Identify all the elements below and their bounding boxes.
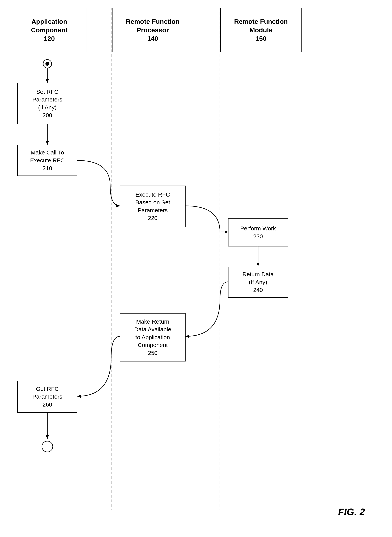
svg-marker-11	[257, 263, 260, 266]
svg-point-16	[42, 441, 53, 452]
svg-marker-7	[46, 141, 49, 145]
box-return-data: Return Data(If Any)240	[228, 267, 288, 298]
swimlane-rfm: Remote FunctionModule150	[220, 8, 302, 52]
box-make-call: Make Call ToExecute RFC210	[17, 145, 77, 176]
box-210-label: Make Call ToExecute RFC210	[30, 149, 65, 172]
svg-marker-15	[46, 435, 49, 439]
svg-marker-5	[46, 79, 49, 83]
box-200-label: Set RFCParameters(If Any)200	[32, 88, 62, 119]
box-230-label: Perform Work230	[240, 225, 276, 240]
svg-marker-8	[116, 204, 120, 207]
diagram-container: ApplicationComponent120 Remote FunctionP…	[0, 0, 392, 537]
svg-marker-12	[186, 335, 189, 338]
box-250-label: Make ReturnData Availableto ApplicationC…	[134, 318, 171, 357]
box-240-label: Return Data(If Any)240	[243, 271, 274, 294]
svg-point-2	[43, 60, 51, 68]
svg-marker-13	[77, 395, 81, 398]
swimlane-app-component-label: ApplicationComponent120	[31, 17, 68, 43]
box-220-label: Execute RFCBased on SetParameters220	[135, 191, 170, 222]
svg-point-3	[45, 62, 49, 66]
box-execute-rfc: Execute RFCBased on SetParameters220	[120, 186, 186, 227]
box-perform-work: Perform Work230	[228, 219, 288, 247]
box-get-rfc-params: Get RFCParameters260	[17, 381, 77, 413]
svg-overlay	[0, 0, 392, 537]
swimlane-rfm-label: Remote FunctionModule150	[234, 17, 288, 43]
swimlane-rfp: Remote FunctionProcessor140	[112, 8, 193, 52]
box-260-label: Get RFCParameters260	[32, 385, 62, 409]
svg-marker-9	[225, 230, 228, 233]
figure-label: FIG. 2	[338, 506, 365, 518]
box-make-return-data: Make ReturnData Availableto ApplicationC…	[120, 313, 186, 361]
swimlane-app-component: ApplicationComponent120	[12, 8, 87, 52]
box-set-rfc-params: Set RFCParameters(If Any)200	[17, 83, 77, 124]
swimlane-rfp-label: Remote FunctionProcessor140	[126, 17, 180, 43]
